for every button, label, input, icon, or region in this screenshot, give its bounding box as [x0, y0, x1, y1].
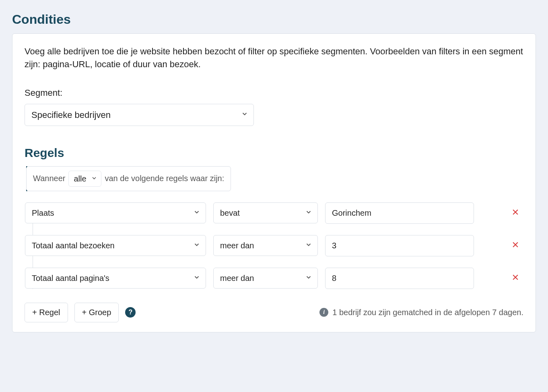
- add-rule-button[interactable]: + Regel: [25, 303, 68, 322]
- rule-row: Plaats bevat: [25, 202, 523, 224]
- rule-field-select[interactable]: Plaats: [25, 202, 206, 223]
- rule-delete-button[interactable]: [510, 272, 521, 285]
- conditions-description: Voeg alle bedrijven toe die je website h…: [25, 45, 523, 71]
- when-operator-select[interactable]: alle: [68, 171, 101, 187]
- rule-delete-button[interactable]: [510, 206, 521, 219]
- rule-value-input[interactable]: [325, 268, 474, 289]
- info-icon: i: [319, 308, 328, 317]
- rule-operator-select[interactable]: meer dan: [213, 268, 318, 289]
- rule-operator-select[interactable]: bevat: [213, 202, 318, 223]
- when-prefix: Wanneer: [33, 174, 65, 183]
- segment-label: Segment:: [25, 88, 523, 98]
- close-icon: [511, 208, 519, 216]
- close-icon: [511, 273, 519, 281]
- conditions-heading: Condities: [12, 12, 536, 27]
- match-info-text: 1 bedrijf zou zijn gematched in de afgel…: [332, 308, 523, 317]
- rule-field-select[interactable]: Totaal aantal pagina's: [25, 268, 206, 289]
- segment-select[interactable]: Specifieke bedrijven: [25, 104, 254, 126]
- help-button[interactable]: ?: [125, 307, 136, 318]
- rule-value-input[interactable]: [325, 202, 474, 224]
- rule-value-input[interactable]: [325, 235, 474, 256]
- add-group-button[interactable]: + Groep: [74, 303, 119, 322]
- conditions-card: Voeg alle bedrijven toe die je website h…: [12, 33, 536, 332]
- when-condition-row: Wanneer alle van de volgende regels waar…: [26, 166, 231, 191]
- when-suffix: van de volgende regels waar zijn:: [105, 174, 224, 183]
- rule-row: Totaal aantal bezoeken meer dan: [25, 235, 523, 256]
- rule-operator-select[interactable]: meer dan: [213, 235, 318, 256]
- match-info: i 1 bedrijf zou zijn gematched in de afg…: [319, 308, 523, 317]
- rule-field-select[interactable]: Totaal aantal bezoeken: [25, 235, 206, 256]
- rule-row: Totaal aantal pagina's meer dan: [25, 268, 523, 289]
- close-icon: [511, 241, 519, 249]
- rules-heading: Regels: [25, 146, 523, 160]
- rule-delete-button[interactable]: [510, 239, 521, 252]
